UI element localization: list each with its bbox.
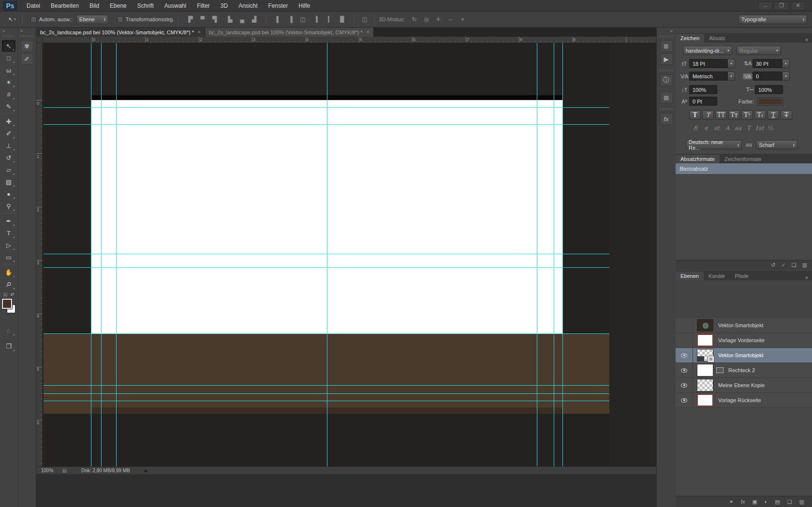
- language-dropdown[interactable]: Deutsch: neue Re...▴▾: [686, 140, 742, 149]
- style-basisabsatz[interactable]: Basisabsatz: [676, 163, 812, 174]
- paragraph-styles-panel-icon[interactable]: ≣: [660, 40, 673, 52]
- layer-name[interactable]: Vektor-Smartobjekt: [718, 352, 764, 358]
- brush-tool[interactable]: ✐: [2, 128, 15, 139]
- collapse-dock-icon[interactable]: »: [18, 28, 36, 34]
- type-tool[interactable]: T: [2, 227, 15, 239]
- pen-tool[interactable]: ✒: [2, 215, 15, 227]
- menu-3d[interactable]: 3D: [215, 0, 233, 12]
- guide-horizontal[interactable]: [44, 124, 609, 125]
- info-panel-icon[interactable]: ⓘ: [660, 74, 673, 86]
- distribute-top-edges-icon[interactable]: ▌: [273, 14, 284, 24]
- screen-mode-button[interactable]: ❐: [2, 340, 15, 352]
- crop-tool[interactable]: #: [2, 88, 15, 100]
- actions-panel-icon[interactable]: ▶: [660, 53, 673, 65]
- ruler-corner[interactable]: [36, 37, 43, 43]
- layer-mask-button[interactable]: ▣: [752, 499, 757, 505]
- visibility-toggle[interactable]: [676, 393, 693, 408]
- distribute-bottom-edges-icon[interactable]: ◫: [297, 14, 308, 24]
- path-selection-tool[interactable]: ▷: [2, 239, 15, 251]
- dodge-tool[interactable]: ⚲: [2, 200, 15, 212]
- drag-handle[interactable]: [659, 108, 673, 110]
- confirm-style-button[interactable]: ✓: [782, 262, 786, 268]
- menu-schrift[interactable]: Schrift: [132, 0, 159, 12]
- transform-controls-checkbox[interactable]: [117, 16, 123, 23]
- gradient-tool[interactable]: ▧: [2, 176, 15, 188]
- guide-horizontal[interactable]: [44, 385, 609, 386]
- all-caps-button[interactable]: TT: [715, 110, 727, 120]
- eyedropper-tool[interactable]: ✎: [2, 101, 15, 112]
- layer-thumbnail[interactable]: [697, 334, 713, 347]
- horizontal-scale-field[interactable]: 100%: [755, 85, 783, 94]
- tab-zeichenformate[interactable]: Zeichenformate: [720, 155, 766, 163]
- menu-bild[interactable]: Bild: [84, 0, 104, 12]
- reset-style-button[interactable]: ↺: [771, 262, 775, 268]
- brushes-panel-icon[interactable]: ✐: [21, 53, 33, 65]
- guide-vertical[interactable]: [537, 43, 537, 466]
- font-family-dropdown[interactable]: handwriting-dr...▾: [683, 46, 732, 55]
- foreground-color-swatch[interactable]: [2, 299, 12, 309]
- close-tab-icon[interactable]: ×: [367, 29, 369, 35]
- eraser-tool[interactable]: ▱: [2, 164, 15, 175]
- guide-vertical[interactable]: [116, 43, 117, 466]
- small-caps-button[interactable]: Tᴛ: [728, 110, 740, 120]
- lasso-tool[interactable]: ω: [2, 64, 15, 76]
- baseline-shift-field[interactable]: 0 Pt: [689, 97, 717, 106]
- visibility-toggle[interactable]: [676, 348, 693, 363]
- menu-ebene[interactable]: Ebene: [104, 0, 132, 12]
- 3d-rotate-icon[interactable]: ↻: [409, 14, 420, 24]
- document-tab-2[interactable]: bc_2s_landscape.psd bei 100% (Vektor-Sma…: [205, 28, 374, 37]
- align-bottom-edges-icon[interactable]: ▜: [209, 14, 220, 24]
- distribute-vertical-centers-icon[interactable]: ▐: [285, 14, 296, 24]
- strikethrough-button[interactable]: T: [781, 110, 792, 120]
- oldstyle-button[interactable]: T: [743, 125, 754, 131]
- expand-panels-icon[interactable]: «: [657, 28, 676, 34]
- layer-row[interactable]: Meine Ebene Kopie: [676, 378, 812, 393]
- link-layers-button[interactable]: ⚭: [729, 499, 733, 505]
- layer-row[interactable]: Vektor-Smartobjekt: [676, 318, 812, 333]
- new-style-button[interactable]: ❏: [792, 262, 797, 268]
- layer-row[interactable]: Vorlage Vorderseite: [676, 333, 812, 348]
- tab-pfade[interactable]: Pfade: [730, 272, 753, 280]
- align-right-edges-icon[interactable]: ▟: [249, 14, 260, 24]
- subscript-button[interactable]: T₁: [754, 110, 766, 120]
- new-layer-button[interactable]: ❏: [787, 499, 792, 505]
- visibility-toggle[interactable]: [676, 318, 693, 333]
- guide-horizontal[interactable]: [44, 333, 609, 334]
- layer-thumbnail[interactable]: [697, 379, 713, 391]
- vertical-ruler[interactable]: 0123456: [36, 43, 43, 466]
- guide-vertical[interactable]: [327, 43, 327, 466]
- tab-absatz[interactable]: Absatz: [704, 34, 730, 43]
- close-tab-icon[interactable]: ×: [198, 29, 201, 35]
- delete-layer-button[interactable]: ▥: [799, 499, 804, 505]
- close-button[interactable]: ✕: [791, 1, 805, 10]
- distribute-horizontal-centers-icon[interactable]: ▎: [325, 14, 336, 24]
- 3d-drag-icon[interactable]: ✛: [433, 14, 444, 24]
- minimize-button[interactable]: –: [758, 1, 772, 10]
- histogram-panel-icon[interactable]: ⊞: [660, 92, 673, 103]
- tab-ebenen[interactable]: Ebenen: [676, 272, 704, 280]
- font-size-field[interactable]: 18 Pt: [689, 59, 728, 68]
- delete-style-button[interactable]: ▥: [802, 262, 807, 268]
- layer-thumbnail[interactable]: [697, 349, 713, 362]
- chevron-down-icon[interactable]: ▾: [728, 59, 735, 68]
- document-size-info[interactable]: Dok: 2,80 MB/8,99 MB: [81, 468, 130, 473]
- layer-row[interactable]: Vorlage Rückseite: [676, 393, 812, 408]
- panel-menu-icon[interactable]: ≡: [805, 275, 808, 280]
- collapse-dock-icon[interactable]: »: [0, 28, 17, 34]
- quick-mask-button[interactable]: ◌: [2, 325, 15, 336]
- align-top-edges-icon[interactable]: ▛: [185, 14, 196, 24]
- rectangular-marquee-tool[interactable]: □: [2, 52, 15, 64]
- antialias-dropdown[interactable]: Scharf▴▾: [756, 140, 797, 149]
- layer-thumbnail[interactable]: [697, 364, 713, 377]
- drag-handle[interactable]: [2, 35, 15, 37]
- workspace-dropdown[interactable]: Typografie▴▾: [738, 15, 807, 24]
- drag-handle[interactable]: [20, 35, 33, 37]
- current-tool-chip[interactable]: ↖ ▾: [6, 15, 18, 24]
- align-left-edges-icon[interactable]: ▙: [224, 14, 236, 24]
- menu-filter[interactable]: Filter: [192, 0, 215, 12]
- history-brush-tool[interactable]: ↺: [2, 152, 15, 163]
- guide-vertical[interactable]: [562, 43, 563, 466]
- font-style-dropdown[interactable]: Regular▾: [737, 46, 781, 55]
- visibility-toggle[interactable]: [676, 378, 693, 393]
- faux-bold-button[interactable]: T: [689, 110, 701, 120]
